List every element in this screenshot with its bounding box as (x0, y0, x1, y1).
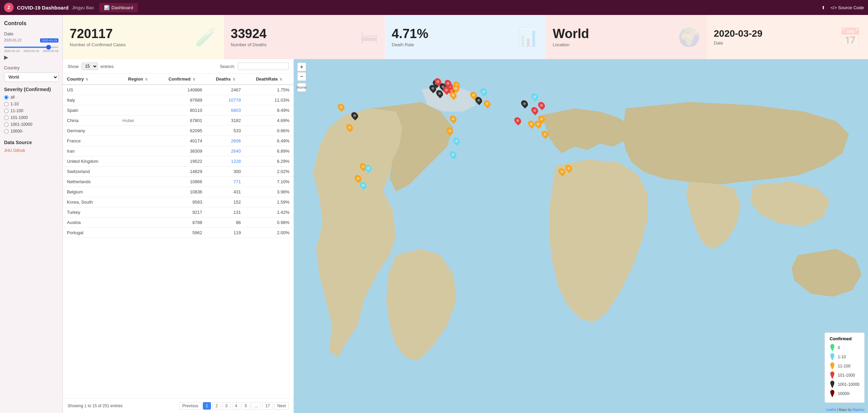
table-row: Spain 80110 6803 8.49% (63, 105, 294, 116)
col-deathrate[interactable]: DeathRate ⇅ (245, 74, 294, 85)
dashboard-tab-label: Dashboard (111, 5, 133, 10)
date-axis-labels: 2020-01-22 2020-02-19 2020-03-18 (4, 49, 58, 53)
show-label: Show (68, 64, 79, 69)
cell-confirmed-5: 40174 (157, 136, 206, 146)
page-17-button[interactable]: 17 (262, 402, 273, 410)
logo: Z (4, 3, 14, 12)
prev-page-button[interactable]: Previous (179, 402, 201, 410)
country-select[interactable]: WorldUSItalySpainChinaGermanyFranceIranU… (4, 72, 58, 82)
search-label: Search: (220, 64, 235, 69)
navbar: Z COVID-19 Dashboard Jingyu Bao 📊 Dashbo… (0, 0, 868, 15)
lower-section: Show 15 10 25 50 entries Search: (63, 59, 868, 413)
cell-deathrate-9: 7.10% (245, 177, 294, 187)
date-end-badge: 2020-03-29 (40, 38, 58, 42)
navbar-actions: ⬆ </> Source Code (821, 5, 864, 10)
stat-date: 2020-03-29 Date 📅 (707, 15, 868, 59)
page-2-button[interactable]: 2 (212, 402, 221, 410)
page-5-button[interactable]: 5 (242, 402, 250, 410)
death-rate-icon: 📊 (517, 27, 539, 48)
datasource-link[interactable]: JHU Github (4, 148, 25, 153)
table-row: Switzerland 14829 300 2.02% (63, 167, 294, 177)
date-forward-button[interactable]: ▶ (4, 54, 8, 61)
legend-11-100: 11-100 (830, 362, 860, 370)
confirmed-icon: 🧪 (195, 27, 217, 48)
search-input[interactable] (238, 63, 289, 70)
cell-confirmed-1: 97689 (157, 95, 206, 105)
cell-country-2: Spain (63, 105, 119, 116)
cell-deathrate-11: 1.59% (245, 197, 294, 207)
legend-101-1000: 101-1000 (830, 372, 860, 379)
world-map-svg (294, 59, 868, 413)
col-region[interactable]: Region ⇅ (119, 74, 158, 85)
cell-confirmed-7: 19522 (157, 156, 206, 167)
zoom-out-button[interactable]: − (297, 72, 306, 81)
date-axis-1: 2020-01-22 (4, 49, 20, 53)
table-row: Korea, South 9583 152 1.59% (63, 197, 294, 207)
page-4-button[interactable]: 4 (232, 402, 241, 410)
date-range-labels: 2020-01-22 2020-03-29 (4, 38, 58, 42)
page-3-button[interactable]: 3 (222, 402, 231, 410)
col-deaths[interactable]: Deaths ⇅ (206, 74, 245, 85)
legend-0: 0 (830, 344, 860, 351)
severity-all[interactable]: all (4, 95, 58, 100)
cell-confirmed-14: 5962 (157, 228, 206, 238)
cell-confirmed-0: 140886 (157, 85, 206, 95)
table-showing: Showing 1 to 15 of 251 entries (68, 403, 123, 408)
table-controls: Show 15 10 25 50 entries Search: (63, 59, 294, 74)
col-country[interactable]: Country ⇅ (63, 74, 119, 85)
severity-10000plus[interactable]: 10000- (4, 129, 58, 134)
severity-101-1000[interactable]: 101-1000 (4, 115, 58, 120)
main-layout: Controls Date 2020-01-22 2020-03-29 2020… (0, 15, 868, 413)
user-name: Jingyu Bao (72, 5, 94, 10)
cell-deathrate-14: 2.00% (245, 228, 294, 238)
dashboard-tab[interactable]: 📊 Dashboard (99, 3, 138, 12)
cell-deaths-7: 1228 (206, 156, 245, 167)
legend-title: Confirmed (830, 336, 860, 341)
controls-title: Controls (4, 20, 58, 27)
share-button[interactable]: ⬆ (821, 5, 825, 10)
col-confirmed[interactable]: Confirmed ⇅ (157, 74, 206, 85)
app-title: COVID-19 Dashboard (17, 5, 69, 11)
date-number: 2020-03-29 (714, 29, 839, 38)
cell-region-8 (119, 167, 158, 177)
location-icon: 🌍 (678, 27, 700, 48)
severity-1001-10000[interactable]: 1001-10000 (4, 122, 58, 127)
cell-deaths-13: 86 (206, 218, 245, 228)
entries-select[interactable]: 15 10 25 50 (82, 63, 98, 70)
table-row: US 140886 2467 1.75% (63, 85, 294, 95)
cell-deathrate-10: 3.98% (245, 187, 294, 197)
leaflet-link[interactable]: Leaflet (826, 408, 836, 412)
table-body: US 140886 2467 1.75% Italy 97689 10779 1… (63, 85, 294, 238)
table-row: Italy 97689 10779 11.03% (63, 95, 294, 105)
stat-deaths: 33924 Number of Deaths 🛏 (224, 15, 385, 59)
cell-deaths-3: 3182 (206, 116, 245, 126)
cell-region-1 (119, 95, 158, 105)
mapbox-link[interactable]: Mapbox (852, 408, 865, 412)
table-row: China Hubei 67801 3182 4.69% (63, 116, 294, 126)
cell-confirmed-4: 62095 (157, 126, 206, 136)
content-area: 720117 Number of Confirmed Cases 🧪 33924… (63, 15, 868, 413)
cell-confirmed-3: 67801 (157, 116, 206, 126)
death-rate-number: 4.71% (392, 27, 517, 40)
cell-country-7: United Kingdom (63, 156, 119, 167)
cell-confirmed-6: 38309 (157, 146, 206, 156)
severity-11-100[interactable]: 11-100 (4, 108, 58, 113)
map-home-button[interactable]: Home (297, 83, 306, 92)
cell-deathrate-7: 6.29% (245, 156, 294, 167)
next-page-button[interactable]: Next (274, 402, 289, 410)
date-slider[interactable] (4, 47, 58, 48)
cell-country-9: Netherlands (63, 177, 119, 187)
cell-deathrate-8: 2.02% (245, 167, 294, 177)
map-background: + − Home Confirmed 0 1-10 (294, 59, 868, 413)
location-number: World (553, 27, 678, 40)
cell-confirmed-10: 10836 (157, 187, 206, 197)
dashboard-tab-icon: 📊 (104, 5, 109, 10)
zoom-in-button[interactable]: + (297, 63, 306, 71)
page-1-button[interactable]: 1 (203, 402, 211, 410)
cell-region-14 (119, 228, 158, 238)
source-code-button[interactable]: </> Source Code (831, 5, 864, 10)
cell-country-5: France (63, 136, 119, 146)
cell-deathrate-0: 1.75% (245, 85, 294, 95)
cell-region-12 (119, 207, 158, 218)
severity-1-10[interactable]: 1-10 (4, 102, 58, 106)
